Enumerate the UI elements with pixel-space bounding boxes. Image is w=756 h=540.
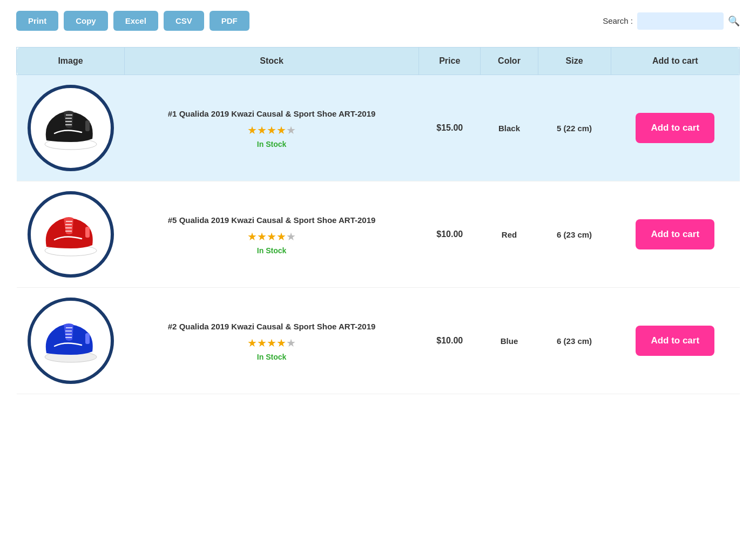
col-header-price: Price — [419, 48, 481, 75]
product-rating: ★★★★★ — [136, 230, 408, 243]
star-filled: ★ — [247, 124, 257, 136]
product-image-cell — [17, 288, 125, 394]
star-filled: ★ — [276, 124, 286, 136]
product-rating: ★★★★★ — [136, 336, 408, 349]
print-button[interactable]: Print — [16, 11, 58, 31]
product-stock-cell: #1 Qualida 2019 Kwazi Causal & Sport Sho… — [125, 75, 419, 181]
shoe-image — [38, 314, 103, 368]
table-row: #2 Qualida 2019 Kwazi Causal & Sport Sho… — [17, 288, 740, 394]
search-icon[interactable]: 🔍 — [728, 15, 740, 27]
product-color-cell: Red — [481, 181, 538, 288]
copy-button[interactable]: Copy — [64, 11, 108, 31]
stock-status: In Stock — [136, 140, 408, 148]
search-label: Search : — [603, 16, 633, 25]
add-to-cart-cell: Add to cart — [611, 75, 740, 181]
star-filled: ★ — [267, 337, 276, 349]
search-area: Search : 🔍 — [603, 12, 740, 30]
product-size-cell: 6 (23 cm) — [538, 288, 611, 394]
star-filled: ★ — [257, 231, 267, 242]
star-empty: ★ — [286, 337, 296, 349]
star-filled: ★ — [276, 231, 286, 242]
add-to-cart-button[interactable]: Add to cart — [636, 113, 714, 143]
product-color-cell: Blue — [481, 288, 538, 394]
product-stock-cell: #2 Qualida 2019 Kwazi Causal & Sport Sho… — [125, 288, 419, 394]
star-filled: ★ — [257, 337, 267, 349]
add-to-cart-button[interactable]: Add to cart — [636, 219, 714, 249]
product-price-cell: $10.00 — [419, 181, 481, 288]
star-filled: ★ — [267, 124, 276, 136]
excel-button[interactable]: Excel — [113, 11, 158, 31]
product-name: #5 Qualida 2019 Kwazi Causal & Sport Sho… — [136, 214, 408, 226]
col-header-cart: Add to cart — [611, 48, 740, 75]
product-size-cell: 5 (22 cm) — [538, 75, 611, 181]
star-filled: ★ — [247, 337, 257, 349]
product-image-cell — [17, 181, 125, 288]
stock-status: In Stock — [136, 246, 408, 255]
search-input[interactable] — [637, 12, 724, 30]
table-row: #1 Qualida 2019 Kwazi Causal & Sport Sho… — [17, 75, 740, 181]
product-rating: ★★★★★ — [136, 124, 408, 137]
product-name: #1 Qualida 2019 Kwazi Causal & Sport Sho… — [136, 108, 408, 119]
toolbar: Print Copy Excel CSV PDF Search : 🔍 — [16, 11, 740, 31]
stock-status: In Stock — [136, 353, 408, 361]
product-name: #2 Qualida 2019 Kwazi Causal & Sport Sho… — [136, 321, 408, 332]
col-header-stock: Stock — [125, 48, 419, 75]
pdf-button[interactable]: PDF — [210, 11, 249, 31]
product-price-cell: $15.00 — [419, 75, 481, 181]
star-empty: ★ — [286, 231, 296, 242]
product-size-cell: 6 (23 cm) — [538, 181, 611, 288]
add-to-cart-cell: Add to cart — [611, 288, 740, 394]
star-filled: ★ — [257, 124, 267, 136]
shoe-image-circle — [28, 85, 114, 171]
star-empty: ★ — [286, 124, 296, 136]
svg-rect-17 — [85, 333, 90, 344]
table-row: #5 Qualida 2019 Kwazi Causal & Sport Sho… — [17, 181, 740, 288]
shoe-image-circle — [28, 191, 114, 278]
svg-rect-11 — [85, 227, 90, 238]
star-filled: ★ — [247, 231, 257, 242]
table-header-row: Image Stock Price Color Size Add to cart — [17, 48, 740, 75]
shoe-image — [38, 207, 103, 261]
shoe-image — [38, 101, 103, 155]
add-to-cart-button[interactable]: Add to cart — [636, 326, 714, 356]
product-table: Image Stock Price Color Size Add to cart — [16, 47, 740, 394]
col-header-color: Color — [481, 48, 538, 75]
star-filled: ★ — [276, 337, 286, 349]
svg-rect-5 — [85, 120, 90, 131]
product-image-cell — [17, 75, 125, 181]
star-filled: ★ — [267, 231, 276, 242]
product-color-cell: Black — [481, 75, 538, 181]
col-header-image: Image — [17, 48, 125, 75]
csv-button[interactable]: CSV — [164, 11, 204, 31]
add-to-cart-cell: Add to cart — [611, 181, 740, 288]
product-price-cell: $10.00 — [419, 288, 481, 394]
col-header-size: Size — [538, 48, 611, 75]
toolbar-buttons: Print Copy Excel CSV PDF — [16, 11, 249, 31]
product-stock-cell: #5 Qualida 2019 Kwazi Causal & Sport Sho… — [125, 181, 419, 288]
shoe-image-circle — [28, 298, 114, 384]
